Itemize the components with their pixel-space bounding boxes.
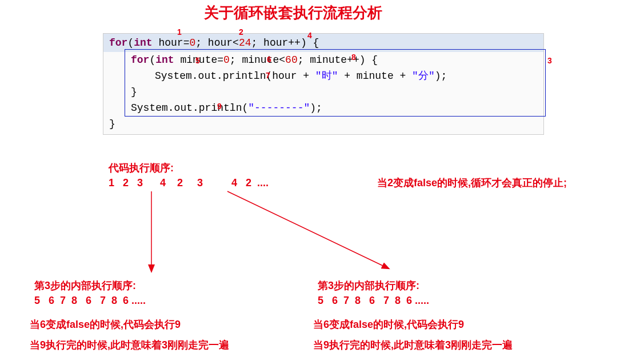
- number: 60: [285, 54, 298, 66]
- code-line-2: for(int minute=0; minute<60; minute++) {: [103, 52, 543, 68]
- text: ; minute<: [230, 54, 285, 66]
- text: );: [310, 102, 322, 114]
- string: "时": [315, 70, 338, 82]
- string: "--------": [248, 102, 310, 114]
- left-sub-note1: 当6变成false的时候,代码会执行9: [30, 318, 181, 331]
- keyword-for: for: [109, 37, 127, 49]
- keyword-int: int: [155, 54, 174, 66]
- text: (: [149, 54, 155, 66]
- annot-2: 2: [239, 27, 243, 37]
- code-block: for(int hour=0; hour<24; hour++) { for(i…: [103, 33, 544, 135]
- text: (: [127, 37, 134, 49]
- text: ; minute++): [298, 54, 372, 66]
- string: "分": [412, 70, 435, 82]
- right-sub-title: 第3步的内部执行顺序:: [318, 279, 419, 292]
- svg-line-2: [227, 191, 389, 268]
- code-line-1: for(int hour=0; hour<24; hour++) {: [103, 34, 543, 52]
- left-sub-title: 第3步的内部执行顺序:: [34, 279, 136, 292]
- text: hour=: [153, 37, 190, 49]
- annot-4: 4: [307, 31, 312, 40]
- keyword-int: int: [134, 37, 152, 49]
- keyword-for: for: [131, 54, 149, 66]
- annot-3: 3: [547, 56, 552, 65]
- sequence-numbers: 1 2 3 4 2 3 4 2 ....: [109, 177, 269, 189]
- code-line-6: }: [103, 116, 543, 134]
- text: ; hour++): [251, 37, 313, 49]
- annot-8: 8: [351, 53, 356, 62]
- right-sub-note1: 当6变成false的时候,代码会执行9: [313, 318, 464, 331]
- text: );: [435, 70, 447, 82]
- text: System.out.println(: [131, 102, 248, 114]
- number: 24: [239, 37, 251, 49]
- annot-1: 1: [177, 27, 182, 37]
- brace: }: [131, 86, 137, 98]
- annot-9: 9: [217, 102, 222, 111]
- code-line-5: System.out.println("--------");: [103, 100, 543, 116]
- brace: {: [313, 37, 319, 49]
- page-title: 关于循环嵌套执行流程分析: [0, 3, 586, 23]
- annot-7: 7: [266, 71, 270, 80]
- brace: {: [371, 54, 378, 66]
- code-line-4: }: [103, 84, 543, 100]
- number: 0: [223, 54, 230, 66]
- brace: }: [109, 118, 115, 130]
- text: ; hour<: [195, 37, 239, 49]
- number: 0: [189, 37, 195, 49]
- sequence-note: 当2变成false的时候,循环才会真正的停止;: [377, 176, 567, 190]
- left-sub-note2: 当9执行完的时候,此时意味着3刚刚走完一遍: [30, 338, 229, 352]
- annot-6: 6: [267, 55, 271, 64]
- right-sub-note2: 当9执行完的时候,此时意味着3刚刚走完一遍: [313, 338, 513, 352]
- text: System.out.println(hour +: [155, 70, 315, 82]
- annot-5: 5: [195, 56, 200, 65]
- text: + minute +: [338, 70, 412, 82]
- code-line-3: System.out.println(hour + "时" + minute +…: [103, 68, 543, 84]
- right-sub-nums: 5 6 7 8 6 7 8 6 .....: [318, 295, 429, 307]
- left-sub-nums: 5 6 7 8 6 7 8 6 .....: [34, 295, 146, 307]
- sequence-title: 代码执行顺序:: [109, 161, 174, 175]
